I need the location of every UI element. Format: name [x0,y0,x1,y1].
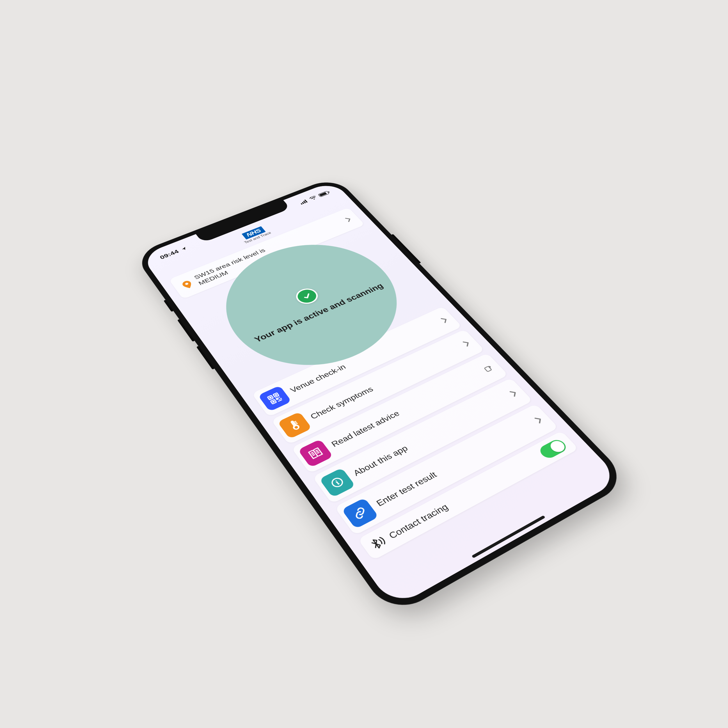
wifi-icon [309,195,318,201]
svg-rect-10 [270,397,271,398]
menu-item-read-latest-advice[interactable]: Read latest advice [291,353,508,473]
svg-rect-1 [302,202,304,204]
cellular-icon [299,199,309,205]
chevron-right-icon [345,217,352,222]
menu-item-about-this-app[interactable]: About this app [312,378,533,503]
chevron-right-icon [509,390,518,397]
contact-tracing-row: Contact tracing [358,431,579,560]
bluetooth-broadcast-icon [367,534,388,552]
battery-icon [318,190,331,197]
svg-rect-14 [485,366,492,372]
phone-frame: 09:44 NHS Test and Trace SW15 ar [133,176,631,618]
svg-point-15 [330,477,344,488]
info-icon [319,468,356,498]
svg-rect-12 [273,401,274,402]
svg-rect-7 [268,395,273,400]
contact-tracing-label: Contact tracing [387,454,540,541]
screen: 09:44 NHS Test and Trace SW15 ar [141,181,621,608]
menu-item-label: Enter test result [375,420,535,508]
svg-rect-0 [301,203,303,205]
svg-rect-9 [271,399,277,404]
svg-point-13 [293,425,299,430]
link-icon [341,498,379,529]
qr-icon [258,385,292,411]
mute-switch [164,300,174,312]
svg-rect-5 [319,192,327,196]
external-link-icon [482,364,494,373]
chevron-right-icon [534,416,544,424]
chevron-right-icon [440,317,449,323]
location-arrow-icon [180,246,188,251]
thermometer-icon [277,412,312,439]
menu-item-label: Read latest advice [329,369,483,449]
contact-tracing-toggle[interactable] [537,437,569,460]
menu-item-label: About this app [351,393,510,478]
book-icon [298,439,333,468]
location-pin-icon [180,280,194,290]
home-indicator[interactable] [471,515,546,558]
svg-rect-8 [273,393,279,398]
chevron-right-icon [462,340,471,347]
svg-rect-11 [275,395,277,396]
menu-item-enter-test-result[interactable]: Enter test result [335,404,558,535]
